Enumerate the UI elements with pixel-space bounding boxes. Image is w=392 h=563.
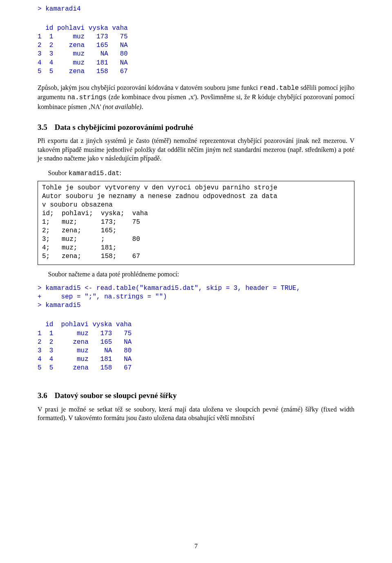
text: Způsob, jakým jsou chybějící pozorování … bbox=[38, 84, 260, 91]
r-input-read-kamaradi5: > kamaradi5 <- read.table("kamaradi5.dat… bbox=[38, 284, 354, 310]
text: Soubor bbox=[48, 169, 69, 176]
section-heading-3-5: 3.5Data s chybějícími pozorováními podru… bbox=[38, 122, 354, 133]
section-title: Data s chybějícími pozorováními podruhé bbox=[55, 123, 194, 131]
code-inline: na.strings bbox=[67, 94, 107, 101]
paragraph-export-missing: Při exportu dat z jiných systémů je čast… bbox=[38, 136, 354, 163]
page: > kamaradi4 id pohlavi vyska vaha 1 1 mu… bbox=[0, 0, 392, 563]
text: : bbox=[120, 169, 121, 176]
code-inline: kamaradi5.dat bbox=[69, 170, 120, 177]
page-number: 7 bbox=[0, 542, 392, 551]
file-label-kamaradi5: Soubor kamaradi5.dat: bbox=[38, 169, 354, 178]
code-inline: read.table bbox=[260, 85, 299, 92]
paragraph-read-table-nastrings: Způsob, jakým jsou chybějící pozorování … bbox=[38, 83, 354, 111]
text: . bbox=[141, 103, 143, 110]
section-number: 3.5 bbox=[38, 122, 47, 133]
r-output-table2: id pohlavi vyska vaha 1 1 muz 173 75 2 2… bbox=[38, 320, 354, 372]
file-content-kamaradi5: Tohle je soubor vytvoreny v den vyroci o… bbox=[42, 184, 350, 261]
r-output-table1: id pohlavi vyska vaha 1 1 muz 173 75 2 2… bbox=[38, 24, 354, 76]
code-inline: R bbox=[252, 94, 256, 101]
r-input-kamaradi4: > kamaradi4 bbox=[38, 5, 354, 13]
paragraph-fixed-width: V praxi je možné se setkat též se soubor… bbox=[38, 405, 354, 423]
section-number: 3.6 bbox=[38, 390, 47, 401]
italic-text: (not available) bbox=[103, 103, 142, 110]
text: (zde kombinace dvou písmen ‚x'). Povšimn… bbox=[107, 93, 252, 100]
file-content-box: Tohle je soubor vytvoreny v den vyroci o… bbox=[38, 181, 354, 265]
paragraph-read-inspect: Soubor načteme a data poté prohlédneme p… bbox=[38, 270, 354, 279]
section-title: Datový soubor se sloupci pevné šířky bbox=[55, 391, 177, 400]
section-heading-3-6: 3.6Datový soubor se sloupci pevné šířky bbox=[38, 390, 354, 401]
